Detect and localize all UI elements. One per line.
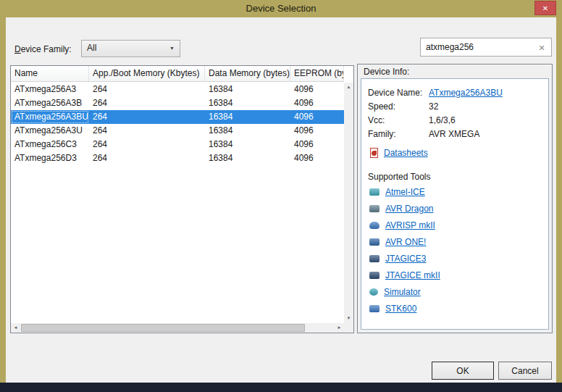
vertical-scrollbar[interactable]: ▲ ▼ <box>344 83 353 323</box>
column-header-eeprom[interactable]: EEPROM (bytes) <box>290 66 344 81</box>
search-clear-icon[interactable]: ✕ <box>536 42 548 54</box>
cell-name: ATxmega256A3B <box>11 96 89 110</box>
column-header-name[interactable]: Name <box>11 66 89 81</box>
tool-link[interactable]: AVR Dragon <box>385 204 433 214</box>
field-label: Family: <box>368 128 429 141</box>
tool-link[interactable]: Atmel-ICE <box>385 187 425 197</box>
cell-appboot: 264 <box>89 96 205 110</box>
cell-eeprom: 4096 <box>290 83 344 96</box>
cell-datamem: 16384 <box>205 83 290 96</box>
horizontal-scroll-thumb[interactable] <box>21 324 305 332</box>
table-row[interactable]: ATxmega256A3U 264 16384 4096 <box>11 124 344 138</box>
tool-item-avr-dragon: AVR Dragon <box>368 203 542 214</box>
device-selection-dialog: Device Selection ✕ Device Family: All ▼ … <box>0 0 562 392</box>
table-body: ATxmega256A3 264 16384 4096 ATxmega256A3… <box>11 83 344 323</box>
cell-appboot: 264 <box>89 138 205 151</box>
field-value: AVR XMEGA <box>429 128 479 141</box>
field-value: 32 <box>429 100 438 114</box>
ok-button[interactable]: OK <box>432 362 494 380</box>
field-label: Speed: <box>368 100 429 114</box>
cell-eeprom: 4096 <box>290 138 344 151</box>
dialog-content: Device Family: All ▼ ✕ Name App./Boot Me… <box>6 17 556 383</box>
table-row-selected[interactable]: ATxmega256A3BU 264 16384 4096 <box>11 110 344 124</box>
close-button[interactable]: ✕ <box>534 1 556 15</box>
table-row[interactable]: ATxmega256C3 264 16384 4096 <box>11 138 344 151</box>
tool-link[interactable]: STK600 <box>385 304 416 314</box>
cell-eeprom: 4096 <box>290 124 344 138</box>
device-name-link[interactable]: ATxmega256A3BU <box>429 86 503 100</box>
field-value: 1,6/3,6 <box>429 114 456 128</box>
jtagice3-icon <box>369 255 379 262</box>
supported-tools-title: Supported Tools <box>368 172 542 182</box>
pdf-icon <box>370 148 378 158</box>
field-label: Device Name: <box>368 86 429 100</box>
device-info-title: Device Info: <box>364 67 409 77</box>
chevron-down-icon[interactable]: ▼ <box>166 42 178 55</box>
cell-appboot: 264 <box>89 110 205 124</box>
device-family-dropdown[interactable]: All ▼ <box>81 40 180 57</box>
tool-item-jtagice3: JTAGICE3 <box>368 253 542 264</box>
avr-one-icon <box>369 238 379 246</box>
window-title: Device Selection <box>0 3 562 14</box>
tool-item-simulator: Simulator <box>368 286 542 298</box>
device-search-box: ✕ <box>420 38 552 57</box>
scroll-left-icon[interactable]: ◄ <box>11 323 20 333</box>
datasheets-link[interactable]: Datasheets <box>384 148 428 158</box>
scroll-up-icon[interactable]: ▲ <box>344 83 353 92</box>
simulator-icon <box>369 288 378 296</box>
atmel-ice-icon <box>369 188 379 196</box>
cancel-button[interactable]: Cancel <box>498 362 552 380</box>
device-search-input[interactable] <box>421 38 532 56</box>
cell-appboot: 264 <box>89 151 205 165</box>
scroll-right-icon[interactable]: ► <box>335 323 344 333</box>
avrisp-mkii-icon <box>369 222 379 229</box>
cell-datamem: 16384 <box>205 96 290 110</box>
cell-datamem: 16384 <box>205 138 290 151</box>
cell-name: ATxmega256A3 <box>11 83 89 96</box>
cell-datamem: 16384 <box>205 151 290 165</box>
scrollbar-corner <box>344 323 353 333</box>
cell-datamem: 16384 <box>205 124 290 138</box>
tool-link[interactable]: AVRISP mkII <box>385 220 435 230</box>
field-device-name: Device Name: ATxmega256A3BU <box>368 86 542 100</box>
jtagice-mkii-icon <box>369 272 379 279</box>
device-table: Name App./Boot Memory (Kbytes) Data Memo… <box>10 65 354 333</box>
cell-name: ATxmega256A3BU <box>11 110 89 124</box>
tool-item-atmel-ice: Atmel-ICE <box>368 186 542 198</box>
field-family: Family: AVR XMEGA <box>368 128 542 141</box>
cell-name: ATxmega256C3 <box>11 138 89 151</box>
tool-item-avr-one: AVR ONE! <box>368 236 542 248</box>
datasheets-row: Datasheets <box>368 146 542 159</box>
cell-name: ATxmega256A3U <box>11 124 89 138</box>
scroll-down-icon[interactable]: ▼ <box>344 314 353 323</box>
cell-datamem: 16384 <box>205 110 290 124</box>
device-family-label: Device Family: <box>14 44 72 54</box>
cell-eeprom: 4096 <box>290 151 344 165</box>
avr-dragon-icon <box>369 205 379 212</box>
horizontal-scrollbar[interactable]: ◄ ► <box>11 323 344 333</box>
column-header-datamem[interactable]: Data Memory (bytes) <box>205 66 290 81</box>
field-speed: Speed: 32 <box>368 100 542 114</box>
stk600-icon <box>369 305 379 312</box>
window-bottom-edge <box>0 383 562 392</box>
cell-appboot: 264 <box>89 83 205 96</box>
table-row[interactable]: ATxmega256A3B 264 16384 4096 <box>11 96 344 110</box>
field-label: Vcc: <box>368 114 429 128</box>
cell-eeprom: 4096 <box>290 96 344 110</box>
tool-link[interactable]: AVR ONE! <box>385 237 426 247</box>
titlebar[interactable]: Device Selection ✕ <box>0 0 562 17</box>
table-row[interactable]: ATxmega256D3 264 16384 4096 <box>11 151 344 165</box>
table-header: Name App./Boot Memory (Kbytes) Data Memo… <box>11 66 344 82</box>
tool-item-avrisp-mkii: AVRISP mkII <box>368 220 542 231</box>
device-family-value: All <box>87 43 96 53</box>
tool-link[interactable]: Simulator <box>384 287 421 297</box>
device-info-panel: Device Info: Device Name: ATxmega256A3BU… <box>357 64 553 333</box>
table-row[interactable]: ATxmega256A3 264 16384 4096 <box>11 83 344 96</box>
tool-link[interactable]: JTAGICE3 <box>385 254 426 264</box>
tool-item-jtagice-mkii: JTAGICE mkII <box>368 270 542 281</box>
cell-eeprom: 4096 <box>290 110 344 124</box>
tool-link[interactable]: JTAGICE mkII <box>385 270 440 280</box>
column-header-appboot[interactable]: App./Boot Memory (Kbytes) <box>89 66 205 81</box>
field-vcc: Vcc: 1,6/3,6 <box>368 114 542 128</box>
cell-name: ATxmega256D3 <box>11 151 89 165</box>
